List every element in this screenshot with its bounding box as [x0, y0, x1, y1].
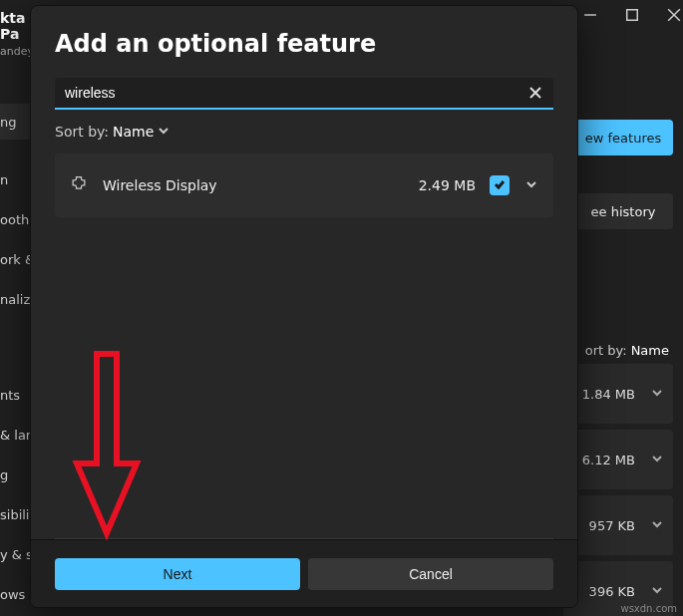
watermark: wsxdn.com — [620, 603, 677, 614]
results-area — [55, 217, 553, 538]
minimize-button[interactable] — [583, 8, 597, 22]
user-sub: andey — [0, 45, 34, 58]
search-input[interactable] — [55, 78, 553, 110]
expand-button[interactable] — [523, 177, 539, 193]
sort-prefix: Sort by: — [55, 124, 109, 140]
chevron-down-icon — [651, 518, 663, 533]
svg-rect-1 — [627, 10, 638, 21]
view-features-button[interactable]: ew features — [573, 120, 673, 155]
sort-by-dropdown[interactable]: Sort by: Name — [55, 124, 553, 140]
feature-result-row[interactable]: Wireless Display 2.49 MB — [55, 154, 553, 217]
feature-checkbox[interactable] — [490, 175, 510, 195]
clear-search-button[interactable] — [525, 84, 545, 104]
next-button[interactable]: Next — [55, 558, 300, 590]
close-icon — [529, 86, 541, 102]
feature-name: Wireless Display — [103, 177, 405, 193]
feature-size: 396 KB — [589, 584, 635, 599]
extension-icon — [69, 174, 89, 197]
feature-row[interactable]: 6.12 MB — [563, 430, 673, 489]
dialog-title: Add an optional feature — [55, 30, 553, 58]
add-feature-dialog: Add an optional feature Sort by: Name Wi… — [30, 5, 578, 608]
sort-value: Name — [113, 124, 154, 140]
bg-sort-by[interactable]: ort by: Name — [563, 343, 673, 358]
content-fragment: ew features ee history ort by: Name 1.84… — [563, 120, 673, 616]
chevron-down-icon — [525, 177, 537, 193]
feature-row[interactable]: 957 KB — [563, 495, 673, 555]
close-window-button[interactable] — [667, 8, 681, 22]
feature-size: 6.12 MB — [582, 453, 635, 467]
chevron-down-icon — [651, 387, 663, 402]
feature-size: 2.49 MB — [419, 177, 476, 193]
feature-size: 1.84 MB — [582, 387, 635, 402]
chevron-down-icon — [651, 584, 663, 599]
chevron-down-icon — [158, 124, 170, 140]
maximize-button[interactable] — [625, 8, 639, 22]
dialog-footer: Next Cancel — [31, 539, 577, 607]
chevron-down-icon — [651, 453, 663, 467]
feature-row[interactable]: 1.84 MB — [563, 364, 673, 424]
search-wrapper — [55, 78, 553, 110]
feature-size: 957 KB — [589, 518, 635, 533]
cancel-button[interactable]: Cancel — [308, 558, 553, 590]
see-history-button[interactable]: ee history — [573, 193, 673, 229]
user-name: kta Pa — [0, 10, 25, 42]
check-icon — [494, 177, 506, 193]
